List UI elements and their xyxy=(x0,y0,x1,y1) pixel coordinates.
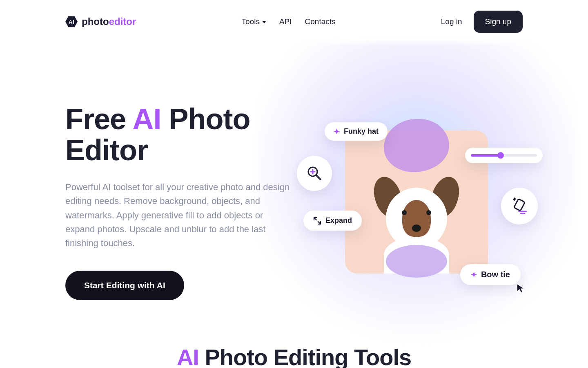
tools-heading-rest: Photo Editing Tools xyxy=(199,344,411,368)
headline-accent: AI xyxy=(132,103,161,135)
chip-expand-label: Expand xyxy=(325,216,352,225)
prompt-chip-funky-hat[interactable]: ✦ Funky hat xyxy=(325,122,388,141)
nav-api-label: API xyxy=(279,17,292,26)
generative-fill-blob-bowtie xyxy=(386,245,447,278)
svg-rect-4 xyxy=(514,199,525,211)
logo-hexagon-icon: AI xyxy=(65,16,78,28)
primary-nav: Tools API Contacts xyxy=(242,17,336,26)
slider-thumb[interactable] xyxy=(497,152,504,159)
signup-button[interactable]: Sign up xyxy=(474,11,523,33)
expand-arrows-icon xyxy=(313,217,321,225)
nav-api-link[interactable]: API xyxy=(279,17,292,26)
slider-fill xyxy=(471,154,501,157)
expand-tool-chip[interactable]: Expand xyxy=(303,211,362,231)
logo-word-editor: editor xyxy=(109,16,136,27)
tools-heading-accent: AI xyxy=(177,344,199,368)
logo-wordmark: photoeditor xyxy=(82,16,136,27)
nav-contacts-link[interactable]: Contacts xyxy=(305,17,336,26)
sample-image-canvas: ✦ Funky hat xyxy=(345,130,488,274)
hero-section: Free AI Photo Editor Powerful AI toolset… xyxy=(0,34,588,308)
chip-funky-label: Funky hat xyxy=(344,127,379,136)
start-editing-button[interactable]: Start Editing with AI xyxy=(65,271,184,300)
prompt-chip-bow-tie[interactable]: ✦ Bow tie xyxy=(460,264,521,285)
nav-tools-dropdown[interactable]: Tools xyxy=(242,17,266,26)
tools-section-heading: AI Photo Editing Tools xyxy=(0,344,588,368)
chip-bowtie-label: Bow tie xyxy=(481,270,510,279)
svg-line-1 xyxy=(316,175,321,180)
cursor-arrow-icon xyxy=(516,283,527,294)
header: AI photoeditor Tools API Contacts Log in… xyxy=(0,0,588,34)
sparkle-icon: ✦ xyxy=(471,271,477,278)
logo-word-photo: photo xyxy=(82,16,109,27)
nav-contacts-label: Contacts xyxy=(305,17,336,26)
zoom-in-tool[interactable] xyxy=(297,156,332,191)
tools-heading: AI Photo Editing Tools xyxy=(0,344,588,368)
dog-eye-left xyxy=(402,210,407,215)
sparkle-icon: ✦ xyxy=(334,128,340,135)
nav-tools-label: Tools xyxy=(242,17,260,26)
hero-visual: ✦ Funky hat xyxy=(310,96,523,308)
auth-actions: Log in Sign up xyxy=(441,11,523,33)
login-link[interactable]: Log in xyxy=(441,17,462,26)
eraser-tool[interactable] xyxy=(501,188,538,224)
logo-badge-text: AI xyxy=(69,19,74,25)
eraser-icon xyxy=(510,197,529,215)
dog-eye-right xyxy=(426,210,431,215)
brand-logo[interactable]: AI photoeditor xyxy=(65,16,136,28)
slider-track xyxy=(471,154,537,157)
headline-pre: Free xyxy=(65,103,132,135)
chevron-down-icon xyxy=(262,21,266,23)
adjustment-slider[interactable] xyxy=(465,148,543,163)
dog-snout xyxy=(412,224,421,232)
magnifier-plus-icon xyxy=(306,165,323,182)
